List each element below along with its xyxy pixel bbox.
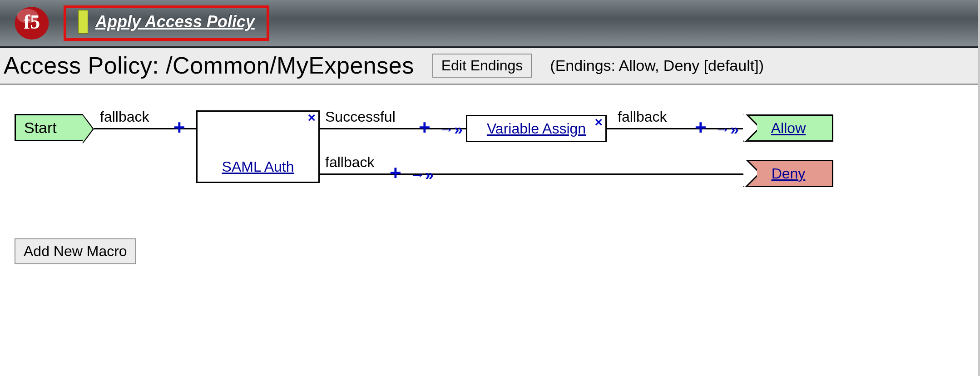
add-action-button[interactable]: + <box>173 118 185 138</box>
flow-start-arrow-icon <box>83 114 94 144</box>
footer-area: Add New Macro <box>0 230 136 264</box>
flow-ending-allow-label: Allow <box>771 120 806 137</box>
edge-label: Successful <box>325 109 396 125</box>
edge-label: fallback <box>100 109 149 125</box>
edge-label: fallback <box>325 154 375 171</box>
flow-ending-deny[interactable]: Deny <box>745 160 833 187</box>
apply-access-policy-highlight: Apply Access Policy <box>64 5 269 41</box>
flow-connector <box>320 173 745 175</box>
endings-summary: (Endings: Allow, Deny [default]) <box>550 57 764 74</box>
add-action-button[interactable]: + <box>390 163 401 183</box>
edge-label: fallback <box>618 109 667 125</box>
header-bar: f5 Apply Access Policy <box>0 0 980 48</box>
flow-ending-allow[interactable]: Allow <box>745 114 833 142</box>
swap-branch-icon[interactable]: →» <box>715 121 739 137</box>
flow-start-label: Start <box>24 119 57 137</box>
swap-branch-icon[interactable]: →» <box>439 121 463 137</box>
flow-start-node: Start <box>15 114 83 141</box>
apply-access-policy-link[interactable]: Apply Access Policy <box>95 12 255 31</box>
pending-changes-icon <box>78 10 88 34</box>
flow-node-saml-auth-label: SAML Auth <box>222 158 294 175</box>
flow-ending-deny-label: Deny <box>772 165 806 182</box>
flow-node-saml-auth[interactable]: SAML Auth × <box>196 110 320 183</box>
add-new-macro-button[interactable]: Add New Macro <box>15 238 136 264</box>
delete-node-icon[interactable]: × <box>307 110 316 125</box>
flow-node-variable-assign-label: Variable Assign <box>487 120 586 137</box>
f5-logo-icon: f5 <box>14 5 49 41</box>
flow-node-variable-assign[interactable]: Variable Assign × <box>466 115 607 142</box>
ending-notch-icon <box>743 114 757 142</box>
policy-title-bar: Access Policy: /Common/MyExpenses Edit E… <box>0 48 980 85</box>
logo-wrap: f5 <box>0 5 64 41</box>
swap-branch-icon[interactable]: →» <box>410 167 434 182</box>
add-action-button[interactable]: + <box>419 118 431 138</box>
delete-node-icon[interactable]: × <box>594 114 603 130</box>
policy-title: Access Policy: /Common/MyExpenses <box>4 52 414 79</box>
policy-flow-canvas: Start fallback + SAML Auth × Successful … <box>0 85 980 280</box>
scrollbar-gutter <box>978 0 980 280</box>
ending-notch-icon <box>743 160 757 187</box>
edit-endings-button[interactable]: Edit Endings <box>432 54 532 78</box>
svg-text:f5: f5 <box>24 11 40 33</box>
add-action-button[interactable]: + <box>695 118 707 138</box>
